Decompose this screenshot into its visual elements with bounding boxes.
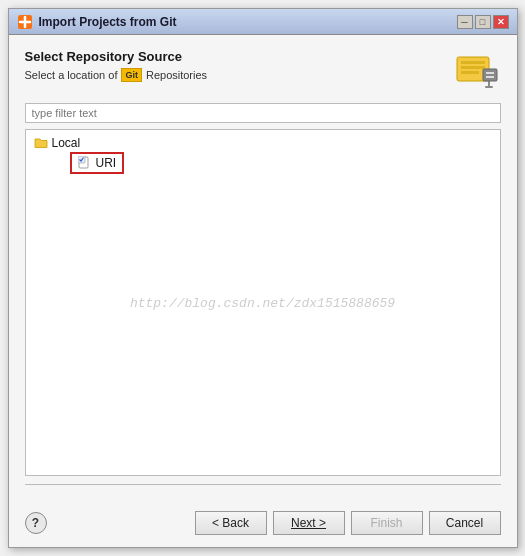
title-bar: Import Projects from Git ─ □ ✕ — [9, 9, 517, 35]
header-section: Select Repository Source Select a locati… — [25, 49, 501, 91]
uri-icon — [78, 156, 92, 170]
watermark-text: http://blog.csdn.net/zdx1515888659 — [130, 295, 395, 310]
svg-rect-7 — [486, 76, 494, 78]
uri-selected-item[interactable]: URI — [70, 152, 125, 174]
subtitle-prefix: Select a location of — [25, 69, 118, 81]
local-label: Local — [52, 136, 81, 150]
git-badge: Git — [121, 68, 142, 82]
tree-item-local[interactable]: Local — [26, 134, 500, 152]
header-text: Select Repository Source Select a locati… — [25, 49, 443, 82]
cancel-button[interactable]: Cancel — [429, 511, 501, 535]
separator — [25, 484, 501, 485]
footer-buttons: < Back Next > Finish Cancel — [195, 511, 501, 535]
uri-label: URI — [96, 156, 117, 170]
tree-container: Local URI http://blog.csdn.net/zdx151588… — [25, 129, 501, 476]
uri-item-wrapper: URI — [44, 152, 500, 174]
svg-rect-9 — [485, 86, 493, 88]
minimize-button[interactable]: ─ — [457, 15, 473, 29]
svg-rect-3 — [461, 66, 485, 69]
svg-rect-4 — [461, 71, 479, 74]
git-title-icon — [17, 14, 33, 30]
header-illustration-icon — [453, 49, 501, 91]
subtitle-suffix: Repositories — [146, 69, 207, 81]
back-button[interactable]: < Back — [195, 511, 267, 535]
svg-rect-5 — [483, 69, 497, 81]
close-button[interactable]: ✕ — [493, 15, 509, 29]
maximize-button[interactable]: □ — [475, 15, 491, 29]
dialog-footer: ? < Back Next > Finish Cancel — [9, 503, 517, 547]
dialog-content: Select Repository Source Select a locati… — [9, 35, 517, 503]
dialog-window: Import Projects from Git ─ □ ✕ Select Re… — [8, 8, 518, 548]
finish-button[interactable]: Finish — [351, 511, 423, 535]
title-bar-label: Import Projects from Git — [39, 15, 451, 29]
next-button[interactable]: Next > — [273, 511, 345, 535]
filter-input[interactable] — [25, 103, 501, 123]
help-button[interactable]: ? — [25, 512, 47, 534]
folder-icon — [34, 136, 48, 150]
header-subtitle: Select a location of Git Repositories — [25, 68, 443, 82]
title-bar-buttons: ─ □ ✕ — [457, 15, 509, 29]
svg-rect-6 — [486, 72, 494, 74]
svg-rect-2 — [461, 61, 485, 64]
header-title: Select Repository Source — [25, 49, 443, 64]
